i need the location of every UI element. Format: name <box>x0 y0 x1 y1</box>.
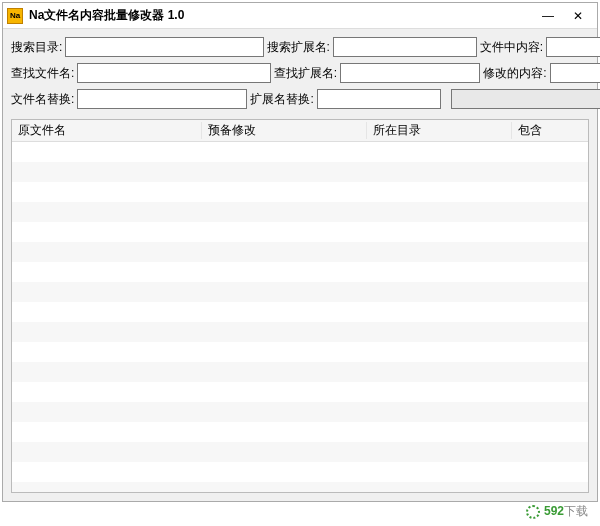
col-original-filename[interactable]: 原文件名 <box>12 122 202 139</box>
app-icon: Na <box>7 8 23 24</box>
input-search-ext[interactable] <box>333 37 477 57</box>
input-search-dir[interactable] <box>65 37 263 57</box>
col-contains[interactable]: 包含 <box>512 122 588 139</box>
label-find-ext: 查找扩展名: <box>274 65 337 82</box>
label-modify-content: 修改的内容: <box>483 65 546 82</box>
window-controls: — ✕ <box>533 6 593 26</box>
app-window: Na Na文件名内容批量修改器 1.0 — ✕ 搜索目录: 搜索扩展名: 文件中… <box>2 2 598 502</box>
minimize-button[interactable]: — <box>533 6 563 26</box>
input-modify-content[interactable] <box>550 63 600 83</box>
input-file-content[interactable] <box>546 37 600 57</box>
form-area: 搜索目录: 搜索扩展名: 文件中内容: 查找文件名: 查找扩展名: 修改的内容: <box>11 37 589 115</box>
input-disabled-field <box>451 89 600 109</box>
input-replace-ext[interactable] <box>317 89 441 109</box>
label-file-content: 文件中内容: <box>480 39 543 56</box>
watermark-icon <box>526 505 540 519</box>
col-pending-modify[interactable]: 预备修改 <box>202 122 367 139</box>
close-button[interactable]: ✕ <box>563 6 593 26</box>
label-search-dir: 搜索目录: <box>11 39 62 56</box>
form-left: 搜索目录: 搜索扩展名: 文件中内容: 查找文件名: 查找扩展名: 修改的内容: <box>11 37 600 115</box>
input-find-filename[interactable] <box>77 63 270 83</box>
table-header: 原文件名 预备修改 所在目录 包含 <box>12 120 588 142</box>
form-row-3: 文件名替换: 扩展名替换: <box>11 89 600 109</box>
label-replace-filename: 文件名替换: <box>11 91 74 108</box>
label-replace-ext: 扩展名替换: <box>250 91 313 108</box>
input-find-ext[interactable] <box>340 63 480 83</box>
col-directory[interactable]: 所在目录 <box>367 122 512 139</box>
table-body[interactable] <box>12 142 588 492</box>
results-table: 原文件名 预备修改 所在目录 包含 <box>11 119 589 493</box>
form-row-2: 查找文件名: 查找扩展名: 修改的内容: <box>11 63 600 83</box>
watermark: 592下载 <box>526 503 588 520</box>
content-area: 搜索目录: 搜索扩展名: 文件中内容: 查找文件名: 查找扩展名: 修改的内容: <box>3 29 597 501</box>
label-search-ext: 搜索扩展名: <box>267 39 330 56</box>
watermark-text: 592下载 <box>544 503 588 520</box>
input-replace-filename[interactable] <box>77 89 247 109</box>
window-title: Na文件名内容批量修改器 1.0 <box>29 7 533 24</box>
label-find-filename: 查找文件名: <box>11 65 74 82</box>
form-row-1: 搜索目录: 搜索扩展名: 文件中内容: <box>11 37 600 57</box>
titlebar: Na Na文件名内容批量修改器 1.0 — ✕ <box>3 3 597 29</box>
